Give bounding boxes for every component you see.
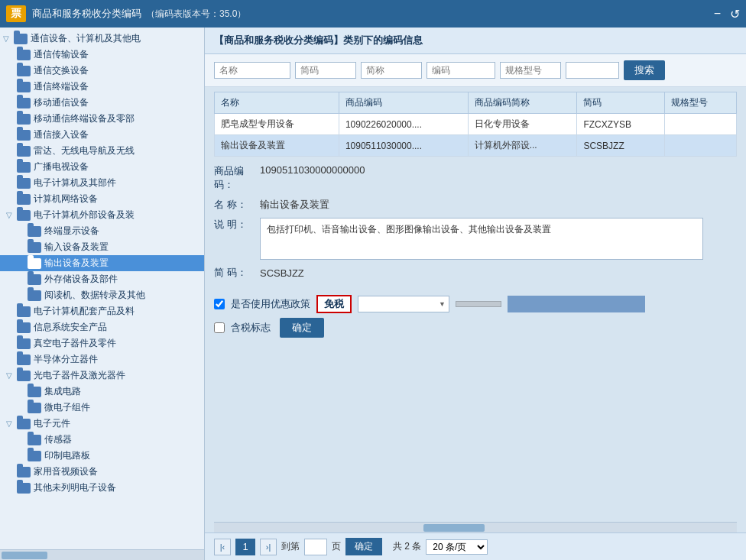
code-search-input[interactable] <box>427 62 495 79</box>
name-search-input[interactable] <box>214 62 290 79</box>
desc-textarea[interactable] <box>260 218 703 260</box>
folder-icon <box>17 66 31 76</box>
tree-item[interactable]: 阅读机、数据转录及其他 <box>0 287 204 303</box>
tree-item[interactable]: ▽电子计算机外部设备及装 <box>0 207 204 223</box>
page-confirm-button[interactable]: 确定 <box>345 538 382 555</box>
folder-icon <box>17 419 31 429</box>
tree-item-label: 微电子组件 <box>44 401 90 414</box>
tree-item[interactable]: 输入设备及装置 <box>0 239 204 255</box>
folder-icon <box>28 226 41 237</box>
horizontal-scrollbar[interactable] <box>0 549 204 560</box>
detail-jianma-row: 简 码： SCSBJZZ <box>214 266 737 280</box>
tree-container[interactable]: ▽通信设备、计算机及其他电通信传输设备通信交换设备通信终端设备移动通信设备移动通… <box>0 28 204 549</box>
tree-item[interactable]: 移动通信设备 <box>0 95 204 111</box>
pagination-bar: |‹ 1 ›| 到第 1 页 确定 共 2 条 20 条/页50 条/页100 … <box>205 532 746 560</box>
scroll-thumb[interactable] <box>2 552 47 559</box>
window-controls: − ↺ <box>714 7 740 21</box>
tree-item-label: 传感器 <box>44 433 72 446</box>
tree-item[interactable]: 通信终端设备 <box>0 79 204 95</box>
total-info: 共 2 条 <box>393 540 421 553</box>
tree-item[interactable]: 信息系统安全产品 <box>0 319 204 335</box>
folder-icon <box>17 162 31 173</box>
data-table: 名称商品编码商品编码简称简码规格型号 肥皂成型专用设备1090226020000… <box>214 92 737 157</box>
tree-item[interactable]: ▽通信设备、计算机及其他电 <box>0 31 204 47</box>
close-button[interactable]: ↺ <box>730 7 740 21</box>
table-cell: 1090511030000.... <box>339 135 468 157</box>
search-button[interactable]: 搜索 <box>624 60 665 80</box>
tax-tag-label: 含税标志 <box>231 321 271 335</box>
tree-item[interactable]: ▽光电子器件及激光器件 <box>0 367 204 384</box>
app-icon: 票 <box>6 5 26 22</box>
goto-label: 到第 <box>281 540 300 553</box>
tree-item[interactable]: 通信交换设备 <box>0 63 204 79</box>
tree-item[interactable]: 半导体分立器件 <box>0 351 204 367</box>
tree-item[interactable]: 广播电视设备 <box>0 159 204 175</box>
device-search-input[interactable]: 打印机 <box>566 62 619 79</box>
tree-item-label: 真空电子器件及零件 <box>34 337 116 350</box>
folder-icon <box>17 371 31 381</box>
expand-icon: ▽ <box>6 419 17 428</box>
h-scroll-bar[interactable] <box>214 522 737 532</box>
tree-item[interactable]: 微电子组件 <box>0 400 204 416</box>
right-header: 【商品和服务税收分类编码】类别下的编码信息 <box>205 28 746 54</box>
tax-dropdown[interactable] <box>358 296 449 312</box>
tree-item[interactable]: 通信接入设备 <box>0 127 204 143</box>
tree-item[interactable]: 集成电路 <box>0 384 204 400</box>
minimize-button[interactable]: − <box>714 7 721 21</box>
tree-item[interactable]: 终端显示设备 <box>0 223 204 239</box>
tree-item[interactable]: ▽电子元件 <box>0 416 204 432</box>
folder-icon <box>28 451 41 461</box>
first-page-button[interactable]: |‹ <box>214 539 231 555</box>
tax-policy-label: 是否使用优惠政策 <box>231 297 310 311</box>
tree-item[interactable]: 电子计算机配套产品及料 <box>0 303 204 319</box>
table-wrapper: 名称商品编码商品编码简称简码规格型号 肥皂成型专用设备1090226020000… <box>205 87 746 157</box>
tree-item-label: 输出设备及装置 <box>44 257 109 270</box>
tree-item[interactable]: 印制电路板 <box>0 448 204 464</box>
folder-icon <box>28 274 41 285</box>
next-page-button[interactable]: ›| <box>260 539 277 555</box>
spec-search-input[interactable] <box>500 62 561 79</box>
tree-item[interactable]: 外存储设备及部件 <box>0 271 204 287</box>
tree-item-label: 电子元件 <box>34 417 70 430</box>
table-cell: 计算机外部设... <box>468 135 577 157</box>
folder-icon <box>28 258 41 269</box>
table-row[interactable]: 输出设备及装置1090511030000....计算机外部设...SCSBJZZ <box>215 135 737 157</box>
tax-confirm-button[interactable]: 确定 <box>280 318 324 338</box>
code-value: 1090511030000000000 <box>260 164 737 176</box>
tree-item[interactable]: 家用音视频设备 <box>0 464 204 480</box>
tree-item[interactable]: 计算机网络设备 <box>0 191 204 207</box>
goto-input[interactable]: 1 <box>304 539 327 555</box>
tree-item[interactable]: 雷达、无线电导航及无线 <box>0 143 204 159</box>
tax-policy-checkbox[interactable] <box>214 299 225 309</box>
folder-icon <box>17 338 31 349</box>
tree-item-label: 广播电视设备 <box>34 160 89 173</box>
tree-item[interactable]: 其他未列明电子设备 <box>0 480 204 496</box>
expand-icon: ▽ <box>3 34 14 43</box>
tree-item[interactable]: 传感器 <box>0 432 204 448</box>
table-column-header: 商品编码 <box>339 92 468 114</box>
tree-item[interactable]: 通信传输设备 <box>0 47 204 63</box>
short-search-input[interactable] <box>361 62 422 79</box>
folder-icon <box>17 178 31 189</box>
tree-item-label: 印制电路板 <box>44 449 90 462</box>
folder-icon <box>17 50 31 60</box>
jianma-search-input[interactable] <box>295 62 356 79</box>
page-label: 页 <box>332 540 341 553</box>
tree-item-label: 通信传输设备 <box>34 48 89 61</box>
subtitle-text: （编码表版本号：35.0） <box>146 8 246 21</box>
tax-tag-row: 含税标志 确定 <box>214 318 737 338</box>
tree-item[interactable]: 真空电子器件及零件 <box>0 335 204 351</box>
tree-item[interactable]: 输出设备及装置 <box>0 255 204 271</box>
tree-item[interactable]: 移动通信终端设备及零部 <box>0 111 204 127</box>
tree-item[interactable]: 电子计算机及其部件 <box>0 175 204 191</box>
table-column-header: 简码 <box>577 92 665 114</box>
tax-tag-checkbox[interactable] <box>214 322 225 333</box>
tree-item-label: 半导体分立器件 <box>34 353 98 366</box>
expand-icon: ▽ <box>6 371 17 380</box>
title-text: 商品和服务税收分类编码 <box>32 7 141 21</box>
page-size-select[interactable]: 20 条/页50 条/页100 条/页 <box>426 539 488 555</box>
table-column-header: 商品编码简称 <box>468 92 577 114</box>
folder-icon <box>28 290 41 301</box>
table-row[interactable]: 肥皂成型专用设备1090226020000....日化专用设备FZCXZYSB <box>215 114 737 135</box>
h-scroll-thumb[interactable] <box>423 524 485 532</box>
